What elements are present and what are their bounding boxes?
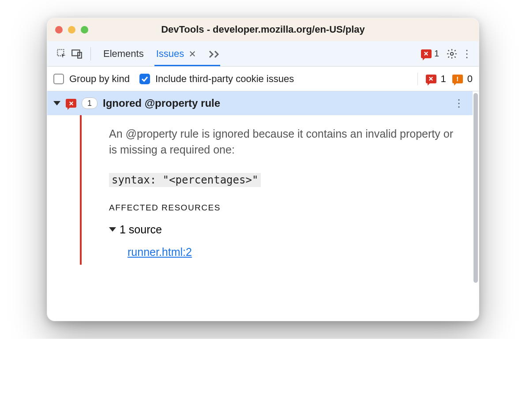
tab-issues-label: Issues (156, 48, 184, 60)
sources-count-label: 1 source (120, 223, 162, 236)
maximize-window-button[interactable] (81, 26, 88, 34)
group-by-kind-label: Group by kind (69, 73, 130, 85)
issues-content: 1 Ignored @property rule ⋮ An @property … (47, 91, 473, 321)
device-toolbar-icon[interactable] (69, 46, 84, 61)
issue-severity-bar (80, 115, 82, 265)
inspect-element-icon[interactable] (54, 46, 69, 61)
toolbar-error-count: 1 (434, 49, 439, 59)
issue-title: Ignored @property rule (103, 97, 220, 109)
toolbar-error-chip[interactable]: 1 (421, 49, 439, 59)
error-icon (426, 75, 436, 83)
separator (417, 73, 418, 85)
issue-header[interactable]: 1 Ignored @property rule ⋮ (47, 91, 473, 115)
toolbar-overflow-menu-icon[interactable]: ⋮ (459, 46, 474, 61)
settings-icon[interactable] (444, 46, 459, 61)
affected-resources-label: AFFECTED RESOURCES (109, 203, 464, 213)
filter-warning-chip[interactable]: ! 0 (452, 73, 473, 85)
chevron-down-icon (109, 227, 116, 232)
issue-description: An @property rule is ignored because it … (109, 115, 464, 158)
third-party-checkbox[interactable] (139, 74, 150, 84)
tab-elements[interactable]: Elements (97, 41, 150, 66)
svg-rect-1 (72, 50, 79, 56)
filter-error-chip[interactable]: 1 (426, 73, 446, 85)
error-icon (421, 49, 432, 58)
warning-icon: ! (452, 75, 463, 83)
separator (90, 47, 91, 60)
error-icon (66, 99, 76, 108)
filter-error-count: 1 (441, 73, 446, 85)
devtools-window: DevTools - developer.mozilla.org/en-US/p… (47, 18, 479, 321)
tab-issues[interactable]: Issues (150, 41, 203, 66)
main-panel: 1 Ignored @property rule ⋮ An @property … (47, 91, 479, 321)
issue-body: An @property rule is ignored because it … (47, 115, 473, 265)
issue-menu-icon[interactable]: ⋮ (451, 96, 466, 111)
issue-count-pill: 1 (82, 98, 98, 109)
titlebar: DevTools - developer.mozilla.org/en-US/p… (47, 18, 479, 41)
group-by-kind-checkbox[interactable] (53, 74, 64, 84)
more-tabs-icon[interactable] (207, 46, 222, 61)
sources-row[interactable]: 1 source (109, 223, 464, 236)
svg-point-3 (451, 52, 454, 55)
toolbar: Elements Issues 1 (47, 41, 479, 67)
window-title: DevTools - developer.mozilla.org/en-US/p… (47, 24, 479, 35)
filter-warning-count: 0 (467, 73, 473, 85)
close-window-button[interactable] (55, 26, 63, 34)
issue-code: syntax: "<percentages>" (109, 173, 261, 187)
scrollbar-thumb[interactable] (473, 93, 478, 283)
third-party-label: Include third-party cookie issues (155, 73, 294, 85)
scrollbar[interactable] (473, 91, 479, 321)
source-link-row: runner.html:2 (128, 246, 464, 259)
traffic-lights (55, 26, 88, 34)
minimize-window-button[interactable] (68, 26, 75, 34)
filter-bar: Group by kind Include third-party cookie… (47, 67, 479, 91)
expand-toggle-icon[interactable] (53, 101, 60, 105)
source-link[interactable]: runner.html:2 (128, 246, 192, 258)
close-tab-icon[interactable] (188, 50, 196, 58)
